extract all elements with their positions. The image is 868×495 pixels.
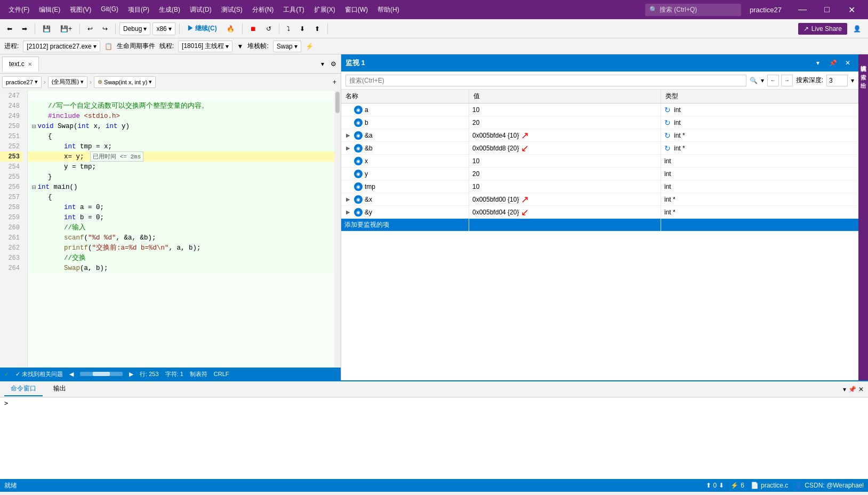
depth-dropdown-icon[interactable]: ▾: [851, 77, 854, 84]
cmd-close-icon[interactable]: ✕: [858, 386, 864, 393]
nav-back-button[interactable]: ⬅: [3, 23, 16, 34]
fire-button[interactable]: 🔥: [223, 23, 238, 34]
col-value: 值: [469, 90, 661, 103]
live-share-icon: ↗: [803, 25, 809, 33]
refresh-icon-a[interactable]: ↻: [664, 106, 671, 114]
menu-tools[interactable]: 工具(T): [279, 3, 308, 17]
editor-more-icon[interactable]: +: [331, 77, 339, 87]
cmd-pin-icon[interactable]: 📌: [848, 386, 856, 393]
breadcrumb-function[interactable]: ⊕ Swap(int x, int y) ▾: [94, 76, 156, 88]
menu-window[interactable]: 窗口(W): [341, 3, 372, 17]
restart-button[interactable]: ↺: [262, 23, 275, 34]
menu-debug[interactable]: 调试(D): [186, 3, 216, 17]
menu-build[interactable]: 生成(B): [155, 3, 184, 17]
menu-help[interactable]: 帮助(H): [373, 3, 404, 17]
watch-cell-y-value: 20: [469, 167, 661, 180]
editor-scrollbar-thumb[interactable]: [335, 92, 340, 113]
depth-input[interactable]: [826, 75, 848, 86]
undo-button[interactable]: ↩: [84, 23, 97, 34]
sidebar-label-3[interactable]: 给出: [858, 74, 869, 82]
watch-icon-y: ◉: [354, 170, 363, 178]
cmd-dropdown-icon[interactable]: ▾: [843, 386, 846, 393]
expand-tmp[interactable]: [344, 183, 352, 190]
expand-y[interactable]: [344, 170, 352, 178]
step-into-button[interactable]: ⬇: [296, 23, 309, 34]
watch-add-row[interactable]: 添加要监视的项: [341, 219, 858, 231]
watch-row-y: ◉ y 20 int: [341, 167, 858, 180]
save-button[interactable]: 💾: [39, 23, 54, 34]
refresh-icon-addr-b[interactable]: ↻: [664, 144, 671, 153]
arch-dropdown[interactable]: x86 ▾: [152, 22, 175, 35]
watch-next-button[interactable]: →: [781, 75, 793, 86]
watch-prev-button[interactable]: ←: [767, 75, 779, 86]
menu-project[interactable]: 项目(P): [124, 3, 154, 17]
cmd-tab-output[interactable]: 输出: [47, 382, 73, 396]
status-user[interactable]: 👤 CSDN: @Weraphael: [794, 482, 864, 489]
expand-addr-a[interactable]: ▶: [344, 132, 352, 139]
expand-addr-x[interactable]: ▶: [344, 196, 352, 203]
stack-dropdown[interactable]: Swap ▾: [273, 41, 301, 52]
minimize-button[interactable]: —: [790, 0, 815, 19]
watch-dropdown-button[interactable]: ▾: [811, 57, 824, 69]
menu-edit[interactable]: 编辑(E): [35, 3, 65, 17]
stop-button[interactable]: ⏹: [246, 23, 260, 34]
watch-search-input[interactable]: [345, 75, 746, 86]
live-share-button[interactable]: ↗ Live Share: [798, 23, 847, 35]
chevron-down-icon-9: ▾: [761, 77, 764, 84]
menu-git[interactable]: Git(G): [97, 3, 123, 17]
code-line-248: //写一个自定义函数可以交换两个整型变量的内容。: [28, 101, 334, 111]
menu-extensions[interactable]: 扩展(X): [310, 3, 340, 17]
nav-forward-button[interactable]: ➡: [18, 23, 31, 34]
watch-close-button[interactable]: ✕: [841, 57, 854, 69]
expand-b[interactable]: [344, 119, 352, 126]
editor-tab-textc[interactable]: text.c ✕: [2, 57, 39, 71]
watch-row-addr-x: ▶ ◉ &x 0x005bfd00 {10} ↗ int *: [341, 193, 858, 206]
code-content[interactable]: //写一个自定义函数可以交换两个整型变量的内容。 #include <stdio…: [28, 91, 334, 368]
save-all-button[interactable]: 💾+: [57, 23, 76, 34]
close-button[interactable]: ✕: [839, 0, 864, 19]
expand-x[interactable]: [344, 157, 352, 165]
scroll-right-icon[interactable]: ▶: [129, 371, 133, 378]
scroll-left-icon[interactable]: ◀: [69, 371, 74, 378]
menu-test[interactable]: 测试(S): [217, 3, 247, 17]
menu-analyze[interactable]: 分析(N): [248, 3, 278, 17]
step-out-button[interactable]: ⬆: [311, 23, 324, 34]
watch-cell-x-type: int: [661, 155, 858, 167]
account-button[interactable]: 👤: [849, 23, 865, 34]
code-line-255: }: [28, 172, 334, 182]
toolbar-separator-7: [327, 23, 328, 34]
editor-scrollbar[interactable]: [334, 91, 341, 368]
expand-addr-b[interactable]: ▶: [344, 145, 352, 152]
watch-add-label[interactable]: 添加要监视的项: [341, 219, 469, 231]
watch-icon-addr-x: ◉: [354, 195, 363, 204]
redo-button[interactable]: ↪: [99, 23, 111, 34]
editor-dropdown-icon[interactable]: ▾: [319, 58, 326, 70]
status-file[interactable]: 📄 practice.c: [751, 482, 788, 489]
thread-dropdown[interactable]: [18016] 主线程 ▾: [178, 41, 232, 52]
menu-file[interactable]: 文件(F): [4, 3, 34, 17]
maximize-button[interactable]: □: [815, 0, 839, 19]
tab-close-icon[interactable]: ✕: [28, 61, 32, 67]
breadcrumb-scope[interactable]: (全局范围) ▾: [48, 76, 87, 88]
line-num-258: 258: [0, 202, 23, 212]
step-over-button[interactable]: ⤵: [283, 23, 294, 34]
watch-pin-button[interactable]: 📌: [826, 57, 839, 69]
debug-mode-dropdown[interactable]: Debug ▾: [119, 22, 150, 35]
process-dropdown[interactable]: [21012] practice27.exe ▾: [23, 41, 100, 52]
expand-a[interactable]: [344, 106, 352, 114]
refresh-icon-addr-a[interactable]: ↻: [664, 131, 671, 140]
breadcrumb-project[interactable]: practice27 ▾: [2, 76, 42, 88]
editor-settings-icon[interactable]: ⚙: [328, 58, 339, 70]
status-warnings[interactable]: ⚡ 6: [730, 482, 744, 489]
cmd-body[interactable]: >: [0, 397, 868, 479]
title-search-placeholder[interactable]: 搜索 (Ctrl+Q): [660, 5, 697, 14]
cmd-tab-active[interactable]: 命令窗口: [4, 382, 43, 396]
error-icon: ⬆: [706, 482, 711, 489]
menu-view[interactable]: 视图(V): [66, 3, 95, 17]
expand-addr-y[interactable]: ▶: [344, 209, 352, 216]
continue-button[interactable]: ▶ 继续(C): [183, 22, 221, 35]
sidebar-label-2[interactable]: 搜索: [858, 65, 869, 74]
status-errors[interactable]: ⬆ 0 ⬇: [706, 482, 725, 489]
refresh-icon-b[interactable]: ↻: [664, 118, 671, 127]
sidebar-label-1[interactable]: 演讲者模式: [858, 57, 869, 65]
